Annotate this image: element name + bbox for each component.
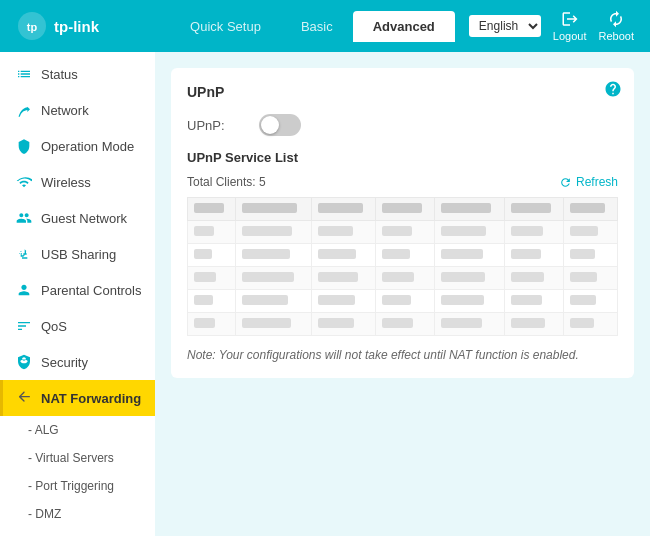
sidebar-item-usb-sharing[interactable]: USB Sharing <box>0 236 155 272</box>
usb-icon <box>15 245 33 263</box>
logo-text: tp-link <box>54 18 99 35</box>
tab-advanced[interactable]: Advanced <box>353 11 455 42</box>
qos-icon <box>15 317 33 335</box>
sub-menu-alg[interactable]: - ALG <box>0 416 155 444</box>
sidebar-label-nat-forwarding: NAT Forwarding <box>41 391 141 406</box>
logout-button[interactable]: Logout <box>553 10 587 42</box>
network-icon <box>15 101 33 119</box>
sub-menu-dmz[interactable]: - DMZ <box>0 500 155 528</box>
header: tp tp-link Quick Setup Basic Advanced En… <box>0 0 650 52</box>
sidebar-item-wireless[interactable]: Wireless <box>0 164 155 200</box>
sidebar-label-operation-mode: Operation Mode <box>41 139 134 154</box>
sub-menu-virtual-servers[interactable]: - Virtual Servers <box>0 444 155 472</box>
col-header-6 <box>505 198 564 221</box>
upnp-toggle[interactable] <box>259 114 301 136</box>
tab-quick-setup[interactable]: Quick Setup <box>170 11 281 42</box>
toggle-knob <box>261 116 279 134</box>
table-header-row <box>188 198 618 221</box>
total-clients: Total Clients: 5 <box>187 175 266 189</box>
status-icon <box>15 65 33 83</box>
sidebar-label-guest-network: Guest Network <box>41 211 127 226</box>
main-layout: Status Network Operation Mode Wireless <box>0 52 650 536</box>
sidebar-label-status: Status <box>41 67 78 82</box>
sidebar-label-wireless: Wireless <box>41 175 91 190</box>
sub-menu-port-triggering[interactable]: - Port Triggering <box>0 472 155 500</box>
sidebar-label-usb-sharing: USB Sharing <box>41 247 116 262</box>
help-icon[interactable] <box>604 80 622 102</box>
note-text: Note: Your configurations will not take … <box>187 348 618 362</box>
sub-menu-upnp[interactable]: - UPnP <box>0 528 155 536</box>
wireless-icon <box>15 173 33 191</box>
refresh-button[interactable]: Refresh <box>559 175 618 189</box>
sidebar-label-security: Security <box>41 355 88 370</box>
sidebar-item-network[interactable]: Network <box>0 92 155 128</box>
nav-tabs: Quick Setup Basic Advanced <box>156 11 469 42</box>
sidebar-item-security[interactable]: Security <box>0 344 155 380</box>
table-row <box>188 221 618 244</box>
tab-basic[interactable]: Basic <box>281 11 353 42</box>
section-title: UPnP <box>187 84 618 100</box>
language-select[interactable]: English <box>469 15 541 37</box>
table-row <box>188 313 618 336</box>
table-row <box>188 267 618 290</box>
sidebar-item-qos[interactable]: QoS <box>0 308 155 344</box>
security-icon <box>15 353 33 371</box>
table-row <box>188 290 618 313</box>
header-right: English Logout Reboot <box>469 10 634 42</box>
col-header-2 <box>235 198 311 221</box>
sidebar-label-parental-controls: Parental Controls <box>41 283 141 298</box>
svg-text:tp: tp <box>27 21 38 33</box>
col-header-1 <box>188 198 236 221</box>
table-row <box>188 244 618 267</box>
parental-icon <box>15 281 33 299</box>
col-header-5 <box>435 198 505 221</box>
guest-icon <box>15 209 33 227</box>
operation-icon <box>15 137 33 155</box>
service-list-title: UPnP Service List <box>187 150 298 165</box>
col-header-3 <box>311 198 376 221</box>
sidebar: Status Network Operation Mode Wireless <box>0 52 155 536</box>
sidebar-item-operation-mode[interactable]: Operation Mode <box>0 128 155 164</box>
sidebar-item-status[interactable]: Status <box>0 56 155 92</box>
content-area: UPnP UPnP: UPnP Service List Total Clien… <box>155 52 650 536</box>
col-header-7 <box>564 198 618 221</box>
service-list-header: UPnP Service List <box>187 150 618 165</box>
upnp-toggle-row: UPnP: <box>187 114 618 136</box>
upnp-label: UPnP: <box>187 118 247 133</box>
nat-icon <box>15 389 33 407</box>
col-header-4 <box>376 198 435 221</box>
reboot-button[interactable]: Reboot <box>599 10 634 42</box>
sidebar-label-qos: QoS <box>41 319 67 334</box>
sidebar-item-parental-controls[interactable]: Parental Controls <box>0 272 155 308</box>
sidebar-item-guest-network[interactable]: Guest Network <box>0 200 155 236</box>
tplink-logo-icon: tp <box>16 10 48 42</box>
upnp-card: UPnP UPnP: UPnP Service List Total Clien… <box>171 68 634 378</box>
upnp-service-table <box>187 197 618 336</box>
logo-area: tp tp-link <box>16 10 156 42</box>
sidebar-item-nat-forwarding[interactable]: NAT Forwarding <box>0 380 155 416</box>
sidebar-label-network: Network <box>41 103 89 118</box>
